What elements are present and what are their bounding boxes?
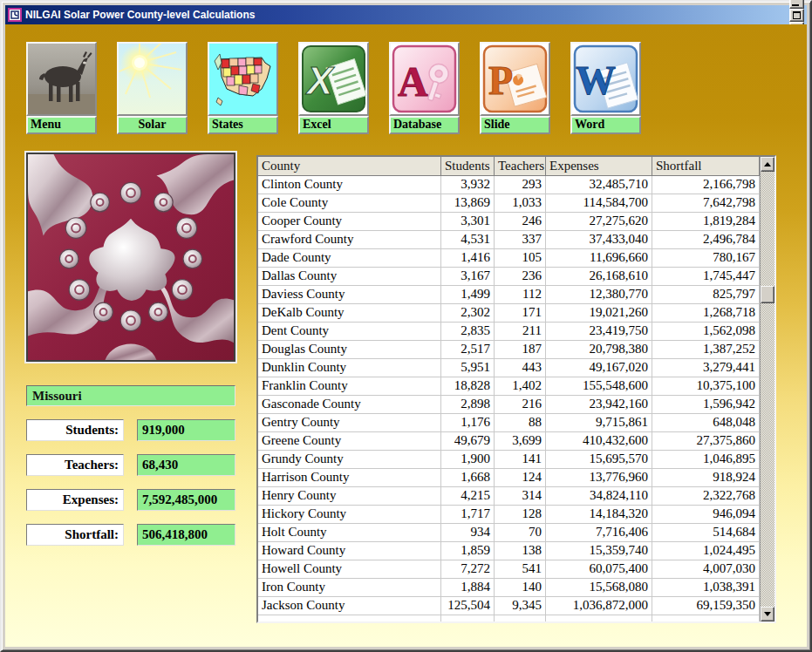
shortfall-value[interactable]: 506,418,800 xyxy=(137,524,235,546)
teachers-value[interactable]: 68,430 xyxy=(137,454,235,476)
scroll-up-icon xyxy=(764,162,771,166)
word-icon: W xyxy=(570,42,641,116)
column-header-expenses[interactable]: Expenses xyxy=(546,157,652,175)
table-row[interactable]: Cole County13,8691,033114,584,7007,642,7… xyxy=(258,194,760,213)
maximize-button[interactable] xyxy=(789,9,804,22)
table-cell: Holt County xyxy=(258,524,441,542)
minimize-button[interactable] xyxy=(789,0,804,9)
table-cell: Dunklin County xyxy=(258,359,441,377)
table-row[interactable]: Hickory County1,71712814,184,320946,094 xyxy=(258,506,760,524)
table-row[interactable]: Gentry County1,176889,715,861648,048 xyxy=(258,414,760,432)
column-header-students[interactable]: Students xyxy=(441,157,495,175)
table-row[interactable]: Douglas County2,51718720,798,3801,387,25… xyxy=(258,341,760,359)
field-row-students: Students: 919,000 xyxy=(26,419,235,441)
table-cell: 19,021,260 xyxy=(546,304,652,323)
table-cell: 9,345 xyxy=(495,597,546,615)
table-row[interactable]: Dade County1,41610511,696,660780,167 xyxy=(258,249,760,268)
table-cell: 23,942,160 xyxy=(546,396,652,414)
table-cell: 171 xyxy=(495,304,546,323)
table-cell: 1,038,391 xyxy=(652,579,760,597)
table-cell: 2,517 xyxy=(441,341,495,359)
title-bar: NILGAI Solar Power County-level Calculat… xyxy=(5,5,807,24)
table-row[interactable]: Franklin County18,8281,402155,548,60010,… xyxy=(258,377,760,396)
table-cell: 514,684 xyxy=(652,524,760,542)
table-cell: 138 xyxy=(495,542,546,560)
table-cell: 1,033 xyxy=(495,194,546,213)
toolbar-button-menu[interactable]: Menu xyxy=(26,42,97,134)
table-cell: 12,380,770 xyxy=(546,286,652,304)
toolbar-label-word: Word xyxy=(570,116,641,134)
table-row[interactable]: Greene County49,6793,699410,432,60027,37… xyxy=(258,432,760,451)
table-cell: 32,485,710 xyxy=(546,176,652,194)
toolbar-button-solar[interactable]: Solar xyxy=(117,42,188,134)
scrollbar-thumb[interactable] xyxy=(761,286,774,303)
table-row[interactable]: Crawford County4,53133737,433,0402,496,7… xyxy=(258,231,760,249)
students-value[interactable]: 919,000 xyxy=(137,419,235,441)
table-cell: 23,419,750 xyxy=(546,323,652,341)
table-row[interactable]: Dallas County3,16723626,168,6101,745,447 xyxy=(258,268,760,286)
state-name-box[interactable]: Missouri xyxy=(26,385,235,406)
table-cell: Daviess County xyxy=(258,286,441,304)
table-cell: 246 xyxy=(495,213,546,231)
toolbar-label-database: Database xyxy=(389,116,460,134)
table-cell: 1,596,942 xyxy=(652,396,760,414)
table-cell: 1,024,495 xyxy=(652,542,760,560)
table-row[interactable]: Holt County934707,716,406514,684 xyxy=(258,524,760,542)
table-row[interactable]: Henry County4,21531434,824,1102,322,768 xyxy=(258,487,760,506)
table-vertical-scrollbar[interactable] xyxy=(760,157,774,621)
scroll-down-button[interactable] xyxy=(761,607,774,621)
expenses-value[interactable]: 7,592,485,000 xyxy=(137,489,235,511)
table-cell: Henry County xyxy=(258,487,441,506)
county-table: County Students Teachers Expenses Shortf… xyxy=(256,155,776,623)
toolbar-button-states[interactable]: States xyxy=(208,42,278,134)
column-header-county[interactable]: County xyxy=(258,157,441,175)
column-header-teachers[interactable]: Teachers xyxy=(495,157,546,175)
table-cell: Gentry County xyxy=(258,414,441,432)
table-cell: 37,433,040 xyxy=(546,231,652,249)
table-cell: Dallas County xyxy=(258,268,441,286)
field-row-expenses: Expenses: 7,592,485,000 xyxy=(26,489,235,511)
table-cell: 88 xyxy=(495,414,546,432)
table-cell: 11,696,660 xyxy=(546,249,652,268)
table-cell: 648,048 xyxy=(652,414,760,432)
toolbar-button-slide[interactable]: P Slide xyxy=(480,42,550,134)
toolbar-button-database[interactable]: A Database xyxy=(389,42,460,134)
table-cell: 124 xyxy=(495,469,546,487)
table-cell: Greene County xyxy=(258,432,441,451)
scroll-up-button[interactable] xyxy=(761,157,774,172)
table-row[interactable]: Howell County7,27254160,075,4004,007,030 xyxy=(258,560,760,579)
table-row[interactable]: Jackson County125,5049,3451,036,872,0006… xyxy=(258,597,760,615)
table-cell: 825,797 xyxy=(652,286,760,304)
column-header-shortfall[interactable]: Shortfall xyxy=(652,157,760,175)
table-cell: 4,531 xyxy=(441,231,495,249)
table-cell: 3,279,441 xyxy=(652,359,760,377)
table-row[interactable]: Dent County2,83521123,419,7501,562,098 xyxy=(258,323,760,341)
table-cell: 1,859 xyxy=(441,542,495,560)
table-row[interactable]: Gasconade County2,89821623,942,1601,596,… xyxy=(258,396,760,414)
table-cell: 1,268,718 xyxy=(652,304,760,323)
table-row[interactable]: Cooper County3,30124627,275,6201,819,284 xyxy=(258,213,760,231)
table-cell: 7,272 xyxy=(441,560,495,579)
table-cell: 49,679 xyxy=(441,432,495,451)
table-row[interactable]: Grundy County1,90014115,695,5701,046,895 xyxy=(258,451,760,469)
toolbar-label-menu: Menu xyxy=(26,116,97,134)
table-row[interactable]: DeKalb County2,30217119,021,2601,268,718 xyxy=(258,304,760,323)
table-cell: 1,046,895 xyxy=(652,451,760,469)
table-cell: 10,375,100 xyxy=(652,377,760,396)
table-cell: 114,584,700 xyxy=(546,194,652,213)
table-cell: 4,007,030 xyxy=(652,560,760,579)
table-cell: Howard County xyxy=(258,542,441,560)
table-row[interactable]: Dunklin County5,95144349,167,0203,279,44… xyxy=(258,359,760,377)
toolbar-button-excel[interactable]: X Excel xyxy=(298,42,369,134)
table-row[interactable]: Howard County1,85913815,359,7401,024,495 xyxy=(258,542,760,560)
toolbar-label-excel: Excel xyxy=(298,116,369,134)
table-cell: 1,416 xyxy=(441,249,495,268)
access-icon: A xyxy=(389,42,460,116)
table-row[interactable]: Clinton County3,93229332,485,7102,166,79… xyxy=(258,176,760,194)
table-row[interactable]: Daviess County1,49911212,380,770825,797 xyxy=(258,286,760,304)
toolbar-button-word[interactable]: W Word xyxy=(570,42,641,134)
table-cell: Franklin County xyxy=(258,377,441,396)
table-row[interactable]: Harrison County1,66812413,776,960918,924 xyxy=(258,469,760,487)
table-cell: 443 xyxy=(495,359,546,377)
table-row[interactable]: Iron County1,88414015,568,0801,038,391 xyxy=(258,579,760,597)
